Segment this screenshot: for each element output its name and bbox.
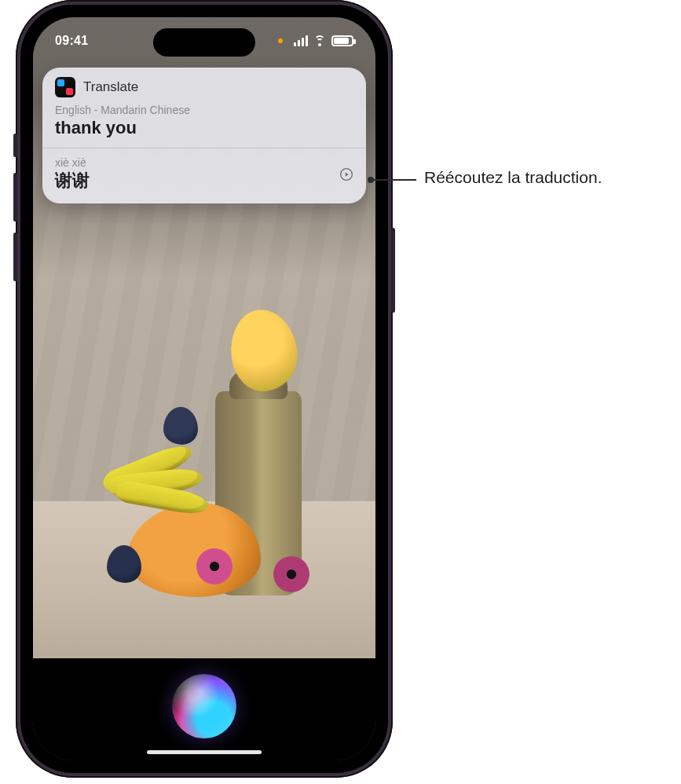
svg-marker-1 (346, 172, 349, 176)
callout-leader (372, 179, 416, 181)
figure: 09:41 (0, 0, 681, 784)
translate-app-icon (55, 77, 75, 97)
wallpaper-flower (273, 556, 309, 592)
status-time: 09:41 (55, 34, 88, 48)
translation-chinese: 谢谢 (55, 169, 90, 192)
source-text: thank you (55, 118, 353, 138)
translation-row: xiè xiè 谢谢 (42, 148, 366, 203)
play-translation-button[interactable] (333, 161, 360, 188)
play-icon (340, 168, 353, 181)
iphone-frame: 09:41 (16, 0, 393, 778)
callout-label: Réécoutez la traduction. (424, 168, 602, 187)
translation-pinyin: xiè xiè (55, 156, 90, 169)
phone-bezel: 09:41 (20, 5, 388, 773)
card-header: Translate (42, 68, 366, 104)
siri-translate-card[interactable]: Translate English - Mandarin Chinese tha… (42, 68, 366, 203)
battery-icon (331, 35, 353, 46)
language-pair: English - Mandarin Chinese (55, 104, 353, 116)
side-button (391, 228, 395, 313)
cellular-icon (294, 35, 308, 46)
wifi-icon (313, 35, 327, 46)
status-indicators (278, 35, 353, 46)
volume-down (13, 233, 17, 281)
wallpaper-flower (196, 548, 232, 584)
translation-text: xiè xiè 谢谢 (55, 156, 90, 192)
card-body: English - Mandarin Chinese thank you (42, 104, 366, 148)
screen: 09:41 (33, 17, 375, 760)
volume-up (13, 173, 17, 222)
status-bar: 09:41 (33, 30, 375, 52)
privacy-dot-icon (278, 38, 283, 43)
home-indicator[interactable] (147, 750, 262, 754)
card-title: Translate (83, 79, 138, 95)
wallpaper-bananas (101, 457, 226, 520)
siri-orb[interactable] (172, 674, 236, 738)
ring-switch (13, 134, 17, 157)
